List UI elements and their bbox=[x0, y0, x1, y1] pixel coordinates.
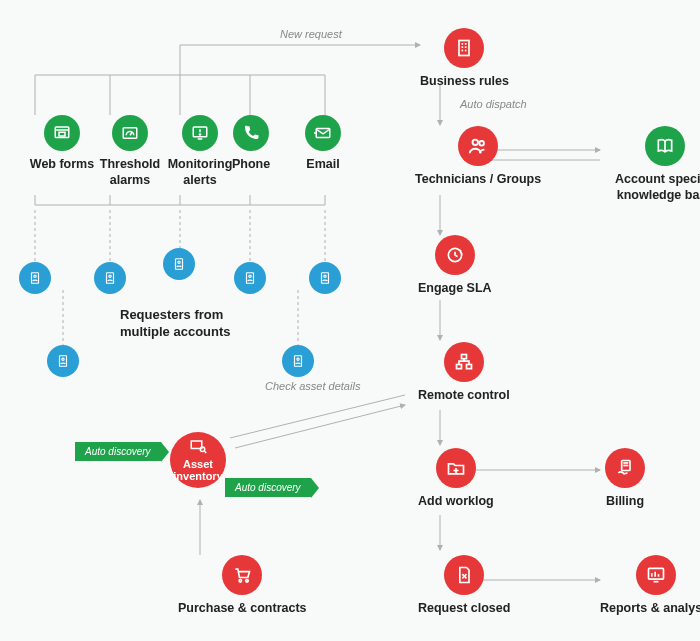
svg-line-28 bbox=[230, 395, 405, 438]
svg-point-46 bbox=[178, 261, 180, 263]
auto-dispatch-note: Auto dispatch bbox=[460, 98, 527, 110]
node-reports: Reports & analysis bbox=[600, 555, 700, 617]
person-doc-icon bbox=[94, 262, 126, 294]
svg-rect-36 bbox=[123, 128, 137, 139]
requesters-label: Requesters from multiple accounts bbox=[120, 307, 231, 341]
node-label: Reports & analysis bbox=[600, 601, 700, 617]
svg-rect-70 bbox=[466, 365, 471, 369]
svg-point-65 bbox=[479, 141, 484, 146]
new-request-note: New request bbox=[280, 28, 342, 40]
person-doc-icon bbox=[234, 262, 266, 294]
alert-monitor-icon bbox=[182, 115, 218, 151]
svg-point-48 bbox=[249, 275, 251, 277]
node-add-worklog: Add worklog bbox=[418, 448, 494, 510]
svg-point-56 bbox=[297, 358, 299, 360]
person-doc-icon bbox=[282, 345, 314, 377]
requester-bubble bbox=[163, 248, 195, 280]
node-label: Request closed bbox=[418, 601, 510, 617]
person-doc-icon bbox=[47, 345, 79, 377]
group-icon bbox=[458, 126, 498, 166]
requester-bubble bbox=[309, 262, 341, 294]
node-technicians: Technicians / Groups bbox=[415, 126, 541, 188]
svg-line-37 bbox=[130, 132, 132, 135]
person-doc-icon bbox=[309, 262, 341, 294]
cart-icon bbox=[222, 555, 262, 595]
node-request-closed: Request closed bbox=[418, 555, 510, 617]
svg-rect-35 bbox=[59, 132, 65, 136]
check-asset-note: Check asset details bbox=[265, 380, 360, 392]
book-icon bbox=[645, 126, 685, 166]
svg-point-54 bbox=[62, 358, 64, 360]
network-icon bbox=[444, 342, 484, 382]
node-asset-inventory: Asset inventory bbox=[170, 432, 226, 488]
node-purchase: Purchase & contracts bbox=[178, 555, 307, 617]
svg-point-44 bbox=[109, 275, 111, 277]
requester-bubble bbox=[282, 345, 314, 377]
phone-icon bbox=[233, 115, 269, 151]
auto-discovery-banner: Auto discovery bbox=[225, 478, 311, 497]
folder-plus-icon bbox=[436, 448, 476, 488]
node-label: Account specific knowledge base bbox=[605, 172, 700, 203]
clock-icon bbox=[435, 235, 475, 275]
node-label: Engage SLA bbox=[418, 281, 492, 297]
browser-file-icon bbox=[44, 115, 80, 151]
requester-bubble bbox=[234, 262, 266, 294]
svg-point-86 bbox=[239, 580, 242, 583]
person-doc-icon bbox=[19, 262, 51, 294]
node-label: Add worklog bbox=[418, 494, 494, 510]
person-doc-icon bbox=[163, 248, 195, 280]
svg-rect-57 bbox=[459, 41, 469, 56]
node-remote-control: Remote control bbox=[418, 342, 510, 404]
requester-bubble bbox=[94, 262, 126, 294]
node-engage-sla: Engage SLA bbox=[418, 235, 492, 297]
input-phone: Phone bbox=[232, 115, 270, 173]
node-label: Billing bbox=[606, 494, 644, 510]
auto-discovery-banner: Auto discovery bbox=[75, 442, 161, 461]
svg-point-87 bbox=[246, 580, 249, 583]
node-business-rules: Business rules bbox=[420, 28, 509, 90]
svg-point-52 bbox=[324, 275, 326, 277]
building-icon bbox=[444, 28, 484, 68]
svg-point-50 bbox=[34, 275, 36, 277]
node-label: Technicians / Groups bbox=[415, 172, 541, 188]
input-label: Phone bbox=[232, 157, 270, 173]
chart-screen-icon bbox=[636, 555, 676, 595]
requester-bubble bbox=[47, 345, 79, 377]
envelope-icon bbox=[305, 115, 341, 151]
connector-lines bbox=[0, 0, 700, 641]
svg-rect-69 bbox=[456, 365, 461, 369]
input-label: Email bbox=[306, 157, 339, 173]
svg-line-73 bbox=[204, 451, 206, 453]
node-billing: Billing bbox=[605, 448, 645, 510]
node-label: Purchase & contracts bbox=[178, 601, 307, 617]
monitor-search-icon: Asset inventory bbox=[170, 432, 226, 488]
svg-point-39 bbox=[199, 134, 200, 135]
node-label: Asset inventory bbox=[170, 458, 226, 482]
svg-point-64 bbox=[473, 140, 479, 146]
gauge-icon bbox=[112, 115, 148, 151]
invoice-hand-icon bbox=[605, 448, 645, 488]
svg-line-29 bbox=[235, 405, 405, 448]
input-email: Email bbox=[305, 115, 341, 173]
requester-bubble bbox=[19, 262, 51, 294]
node-label: Remote control bbox=[418, 388, 510, 404]
doc-x-icon bbox=[444, 555, 484, 595]
svg-rect-68 bbox=[461, 355, 466, 359]
node-label: Business rules bbox=[420, 74, 509, 90]
node-knowledge-base: Account specific knowledge base bbox=[605, 126, 700, 203]
